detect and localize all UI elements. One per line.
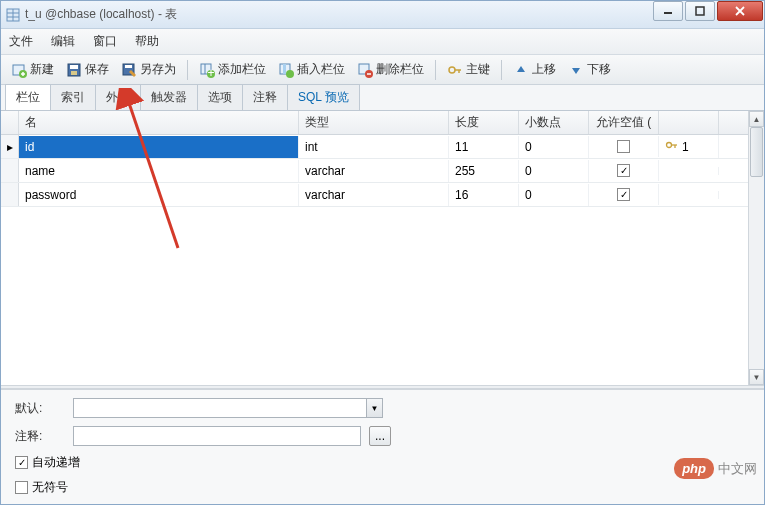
cell-length[interactable]: 255 bbox=[449, 160, 519, 182]
separator bbox=[187, 60, 188, 80]
default-row: 默认: ▼ bbox=[15, 398, 750, 418]
cell-length[interactable]: 16 bbox=[449, 184, 519, 206]
grid-header: 名 类型 长度 小数点 允许空值 ( bbox=[1, 111, 748, 135]
cell-name[interactable]: id bbox=[19, 136, 299, 158]
inscol-button[interactable]: 插入栏位 bbox=[274, 59, 349, 80]
svg-rect-16 bbox=[125, 65, 132, 68]
saveas-button[interactable]: 另存为 bbox=[117, 59, 180, 80]
tab-sqlpreview[interactable]: SQL 预览 bbox=[287, 84, 360, 110]
app-window: t_u @chbase (localhost) - 表 文件 编辑 窗口 帮助 … bbox=[0, 0, 765, 505]
vertical-scrollbar[interactable]: ▲ ▼ bbox=[748, 111, 764, 385]
cell-allownull[interactable]: ✓ bbox=[589, 184, 659, 205]
tab-comment[interactable]: 注释 bbox=[242, 84, 288, 110]
checkbox-unchecked[interactable] bbox=[617, 140, 630, 153]
grid-body[interactable]: ▸ id int 11 0 1 name varchar 255 0 ✓ bbox=[1, 135, 748, 385]
row-indicator: ▸ bbox=[1, 135, 19, 158]
cell-type[interactable]: varchar bbox=[299, 160, 449, 182]
default-combobox[interactable]: ▼ bbox=[73, 398, 383, 418]
comment-more-button[interactable]: ... bbox=[369, 426, 391, 446]
separator bbox=[435, 60, 436, 80]
menu-edit[interactable]: 编辑 bbox=[51, 33, 75, 50]
moveup-button[interactable]: 上移 bbox=[509, 59, 560, 80]
cell-name[interactable]: name bbox=[19, 160, 299, 182]
autoinc-checkbox[interactable]: ✓ bbox=[15, 456, 28, 469]
col-header-decimals[interactable]: 小数点 bbox=[519, 111, 589, 134]
key-icon bbox=[447, 62, 463, 78]
delcol-button[interactable]: 删除栏位 bbox=[353, 59, 428, 80]
checkbox-checked[interactable]: ✓ bbox=[617, 164, 630, 177]
col-header-key[interactable] bbox=[659, 111, 719, 134]
comment-input[interactable] bbox=[73, 426, 361, 446]
dropdown-icon[interactable]: ▼ bbox=[366, 399, 382, 417]
cell-type[interactable]: varchar bbox=[299, 184, 449, 206]
movedown-button[interactable]: 下移 bbox=[564, 59, 615, 80]
tab-options[interactable]: 选项 bbox=[197, 84, 243, 110]
col-header-name[interactable]: 名 bbox=[19, 111, 299, 134]
table-row[interactable]: password varchar 16 0 ✓ bbox=[1, 183, 748, 207]
tab-index[interactable]: 索引 bbox=[50, 84, 96, 110]
checkbox-checked[interactable]: ✓ bbox=[617, 188, 630, 201]
svg-point-30 bbox=[667, 143, 672, 148]
separator bbox=[501, 60, 502, 80]
tab-columns[interactable]: 栏位 bbox=[5, 84, 51, 110]
primary-key-icon bbox=[665, 139, 679, 154]
menu-window[interactable]: 窗口 bbox=[93, 33, 117, 50]
tab-foreign[interactable]: 外键 bbox=[95, 84, 141, 110]
cell-name[interactable]: password bbox=[19, 184, 299, 206]
row-indicator bbox=[1, 183, 19, 206]
comment-label: 注释: bbox=[15, 428, 65, 445]
menu-file[interactable]: 文件 bbox=[9, 33, 33, 50]
unsigned-row: 无符号 bbox=[15, 479, 750, 496]
cell-allownull[interactable]: ✓ bbox=[589, 160, 659, 181]
cell-decimals[interactable]: 0 bbox=[519, 160, 589, 182]
scroll-up-button[interactable]: ▲ bbox=[749, 111, 764, 127]
svg-text:+: + bbox=[207, 66, 214, 78]
col-header-length[interactable]: 长度 bbox=[449, 111, 519, 134]
unsigned-checkbox[interactable] bbox=[15, 481, 28, 494]
menu-help[interactable]: 帮助 bbox=[135, 33, 159, 50]
field-properties: 默认: ▼ 注释: ... ✓ 自动递增 无符号 bbox=[1, 389, 764, 504]
save-icon bbox=[66, 62, 82, 78]
saveas-icon bbox=[121, 62, 137, 78]
table-row[interactable]: name varchar 255 0 ✓ bbox=[1, 159, 748, 183]
table-row[interactable]: ▸ id int 11 0 1 bbox=[1, 135, 748, 159]
columns-grid: 名 类型 长度 小数点 允许空值 ( ▸ id int 11 0 1 bbox=[1, 111, 748, 385]
menubar: 文件 编辑 窗口 帮助 bbox=[1, 29, 764, 55]
inscol-icon bbox=[278, 62, 294, 78]
down-icon bbox=[568, 62, 584, 78]
col-header-allownull[interactable]: 允许空值 ( bbox=[589, 111, 659, 134]
watermark: php 中文网 bbox=[674, 458, 757, 479]
primary-button[interactable]: 主键 bbox=[443, 59, 494, 80]
default-label: 默认: bbox=[15, 400, 65, 417]
cell-decimals[interactable]: 0 bbox=[519, 184, 589, 206]
watermark-badge: php bbox=[674, 458, 714, 479]
watermark-text: 中文网 bbox=[714, 460, 757, 478]
cell-allownull[interactable] bbox=[589, 136, 659, 157]
minimize-button[interactable] bbox=[653, 1, 683, 21]
svg-point-23 bbox=[286, 70, 294, 78]
svg-rect-5 bbox=[696, 7, 704, 15]
cell-key[interactable] bbox=[659, 167, 719, 175]
save-button[interactable]: 保存 bbox=[62, 59, 113, 80]
scroll-thumb[interactable] bbox=[750, 127, 763, 177]
cell-key[interactable] bbox=[659, 191, 719, 199]
autoinc-label: 自动递增 bbox=[32, 454, 80, 471]
comment-row: 注释: ... bbox=[15, 426, 750, 446]
tab-trigger[interactable]: 触发器 bbox=[140, 84, 198, 110]
close-button[interactable] bbox=[717, 1, 763, 21]
scroll-down-button[interactable]: ▼ bbox=[749, 369, 764, 385]
scroll-track[interactable] bbox=[749, 127, 764, 369]
window-controls bbox=[651, 1, 763, 21]
svg-rect-13 bbox=[70, 65, 78, 69]
cell-decimals[interactable]: 0 bbox=[519, 136, 589, 158]
addcol-button[interactable]: +添加栏位 bbox=[195, 59, 270, 80]
cell-type[interactable]: int bbox=[299, 136, 449, 158]
cell-key[interactable]: 1 bbox=[659, 135, 719, 158]
row-indicator bbox=[1, 159, 19, 182]
autoinc-row: ✓ 自动递增 bbox=[15, 454, 750, 471]
toolbar: 新建 保存 另存为 +添加栏位 插入栏位 删除栏位 主键 上移 下移 bbox=[1, 55, 764, 85]
col-header-type[interactable]: 类型 bbox=[299, 111, 449, 134]
cell-length[interactable]: 11 bbox=[449, 136, 519, 158]
maximize-button[interactable] bbox=[685, 1, 715, 21]
new-button[interactable]: 新建 bbox=[7, 59, 58, 80]
